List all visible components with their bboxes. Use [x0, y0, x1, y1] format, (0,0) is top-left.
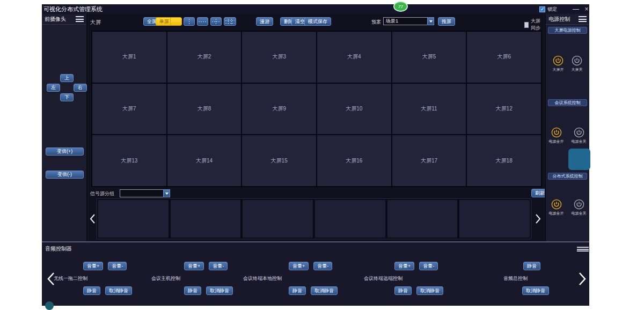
- floating-panel-square[interactable]: [568, 149, 590, 170]
- layout-9-split-button[interactable]: [224, 17, 236, 26]
- camera-panel-title: 前摄像头: [45, 16, 66, 23]
- screen-cell[interactable]: 大屏4: [317, 32, 391, 83]
- dropdown-arrow-icon[interactable]: [163, 189, 170, 197]
- volume-up-button[interactable]: 音量+: [83, 262, 103, 270]
- camera-right-button[interactable]: 右: [74, 84, 87, 92]
- volume-down-button[interactable]: 音量-: [313, 262, 332, 270]
- distributed-power-on-button[interactable]: 电源全开: [549, 199, 564, 216]
- signal-group-select[interactable]: [120, 189, 170, 197]
- vertical-split-icon: [185, 19, 193, 24]
- notification-badge[interactable]: 77: [393, 1, 408, 12]
- screen-cell[interactable]: 大屏15: [242, 135, 316, 186]
- unmute-button[interactable]: 取消静音: [105, 286, 132, 295]
- screen-power-on-button[interactable]: 大屏开: [553, 55, 564, 72]
- volume-up-button[interactable]: 音量+: [184, 262, 204, 270]
- screen-cell[interactable]: 大屏2: [167, 32, 241, 83]
- signal-thumb[interactable]: [314, 200, 386, 238]
- mute-button[interactable]: 静音: [289, 286, 306, 295]
- screen-cell[interactable]: 大屏9: [242, 84, 316, 135]
- roam-button[interactable]: 漫游: [256, 17, 273, 26]
- screen-cell[interactable]: 大屏5: [392, 32, 466, 83]
- mute-button[interactable]: 静音: [523, 262, 540, 270]
- volume-up-button[interactable]: 音量+: [289, 262, 309, 270]
- floating-ball[interactable]: [45, 301, 54, 310]
- signal-thumb[interactable]: [242, 200, 313, 238]
- screen-cell[interactable]: 大屏12: [467, 84, 541, 135]
- screen-power-off-button[interactable]: 大屏关: [572, 55, 583, 72]
- power-icon: [551, 199, 562, 210]
- menu-icon[interactable]: [76, 16, 84, 22]
- camera-up-button[interactable]: 上: [60, 74, 74, 82]
- volume-down-button[interactable]: 音量-: [108, 262, 127, 270]
- volume-up-button[interactable]: 音量+: [394, 262, 414, 270]
- audio-group-label: 无线一拖二控制: [54, 275, 87, 282]
- power-row: 大屏开 大屏关: [546, 55, 589, 72]
- push-screen-button[interactable]: 推屏: [438, 17, 455, 26]
- audio-panel: 音频控制器 音量+ 音量- 无线一拖二控制 静音 取消静音 音量+ 音量- 会议…: [42, 241, 589, 306]
- conference-power-on-button[interactable]: 电源全开: [549, 127, 564, 144]
- camera-down-button[interactable]: 下: [60, 93, 74, 101]
- screen-cell[interactable]: 大屏11: [392, 84, 466, 135]
- signal-thumb[interactable]: [387, 200, 458, 238]
- zoom-out-button[interactable]: 变倍(-): [46, 171, 84, 179]
- mute-button[interactable]: 静音: [83, 286, 100, 295]
- save-mode-button[interactable]: 模式保存: [304, 17, 331, 26]
- app-title: 可视化分布式管理系统: [42, 5, 103, 13]
- screen-cell[interactable]: 大屏18: [467, 135, 541, 186]
- power-panel: 电源控制 大屏电源控制 大屏开 大屏关 会议系统控制 电源全开 电源全关: [545, 14, 589, 241]
- screen-cell[interactable]: 大屏7: [92, 84, 166, 135]
- signal-thumb[interactable]: [170, 200, 241, 238]
- preset-select[interactable]: 场景1: [383, 17, 434, 25]
- volume-down-button[interactable]: 音量-: [419, 262, 438, 270]
- thumbs-prev-button[interactable]: [89, 198, 97, 239]
- screen-cell[interactable]: 大屏3: [242, 32, 316, 83]
- mute-button[interactable]: 静音: [184, 286, 201, 295]
- unmute-button[interactable]: 取消静音: [522, 286, 549, 295]
- screen-cell[interactable]: 大屏8: [167, 84, 241, 135]
- close-button[interactable]: ×: [581, 4, 592, 14]
- screen-cell[interactable]: 大屏13: [92, 135, 166, 186]
- signal-thumb[interactable]: [459, 200, 530, 238]
- unmute-button[interactable]: 取消静音: [311, 286, 338, 295]
- unmute-button[interactable]: 取消静音: [416, 286, 443, 295]
- audio-panel-title: 音频控制器: [45, 245, 72, 253]
- lock-toggle[interactable]: ✓ 锁定: [539, 6, 557, 13]
- camera-left-button[interactable]: 左: [47, 84, 60, 92]
- preset-label: 预案: [371, 19, 381, 26]
- power-row: 电源全开 电源全关: [546, 199, 589, 216]
- minimize-button[interactable]: —: [570, 4, 581, 14]
- screen-cell[interactable]: 大屏17: [392, 135, 466, 186]
- sync-checkbox-icon[interactable]: [524, 22, 529, 28]
- layout-h-split-button[interactable]: [197, 17, 208, 26]
- layout-2-split-button[interactable]: [184, 17, 195, 26]
- layout-4-split-button[interactable]: [210, 17, 222, 26]
- power-icon: [551, 127, 562, 138]
- distributed-power-off-button[interactable]: 电源全关: [572, 199, 587, 216]
- panel-handle-icon[interactable]: [577, 247, 589, 252]
- screen-cell[interactable]: 大屏14: [167, 135, 241, 186]
- audio-group-label: 音频总控制: [503, 275, 528, 282]
- lock-checkbox-icon[interactable]: ✓: [539, 6, 545, 12]
- power-icon: [574, 199, 584, 210]
- power-icon: [572, 55, 582, 66]
- power-button-label: 电源全关: [572, 211, 587, 216]
- mute-button[interactable]: 静音: [394, 286, 412, 295]
- screen-cell[interactable]: 大屏1: [92, 32, 166, 83]
- volume-down-button[interactable]: 音量-: [209, 262, 228, 270]
- zoom-in-button[interactable]: 变倍(+): [46, 147, 84, 156]
- title-bar: 可视化分布式管理系统 77 ✓ 锁定 — ×: [42, 4, 589, 14]
- screen-cell[interactable]: 大屏10: [317, 84, 391, 135]
- menu-icon[interactable]: [579, 16, 587, 22]
- screen-cell[interactable]: 大屏16: [317, 135, 391, 186]
- power-button-label: 大屏关: [572, 67, 583, 72]
- chevron-left-icon: [90, 214, 95, 224]
- dropdown-arrow-icon[interactable]: [427, 17, 434, 25]
- layout-1-button[interactable]: [170, 17, 182, 26]
- signal-thumb[interactable]: [98, 200, 169, 238]
- audio-next-button[interactable]: [579, 272, 586, 288]
- screen-cell[interactable]: 大屏6: [467, 32, 541, 83]
- conference-power-off-button[interactable]: 电源全关: [572, 127, 587, 144]
- unmute-button[interactable]: 取消静音: [206, 286, 233, 295]
- thumbs-next-button[interactable]: [534, 198, 542, 239]
- screen-sync-toggle[interactable]: 大屏同步: [524, 18, 544, 32]
